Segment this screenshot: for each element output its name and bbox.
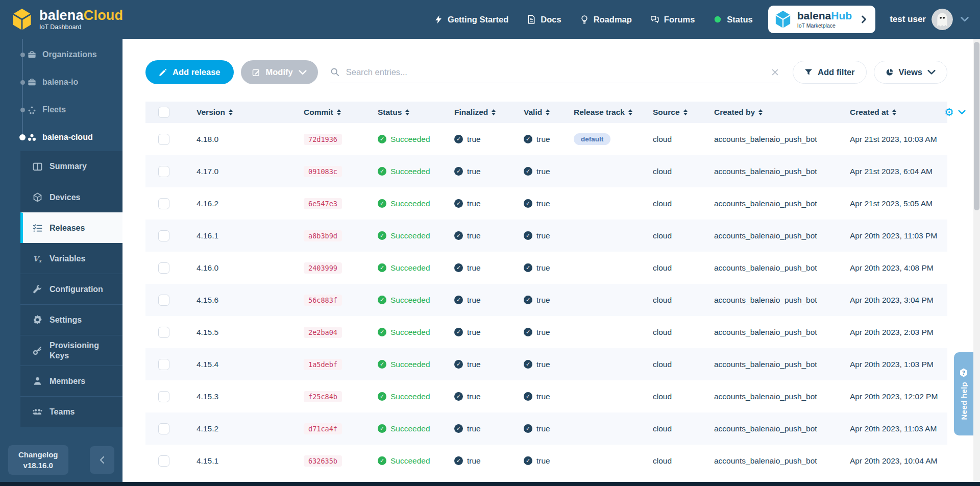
finalized-text: true — [467, 296, 481, 305]
column-header-valid[interactable]: Valid — [524, 108, 574, 117]
row-checkbox[interactable] — [158, 262, 169, 274]
sidebar-item-devices[interactable]: Devices — [20, 182, 122, 212]
column-header-release-track[interactable]: Release track — [574, 108, 653, 117]
table-row[interactable]: 4.15.2d71ca4f✓Succeeded✓true✓truecloudac… — [145, 412, 947, 445]
brand-product: Cloud — [84, 8, 123, 23]
sidebar-item-label: Devices — [50, 192, 81, 203]
commit-chip[interactable]: f25c84b — [304, 391, 342, 402]
sidebar-tree-fleets[interactable]: Fleets — [0, 96, 122, 124]
user-menu[interactable]: test user — [890, 9, 969, 30]
sidebar-item-label: Configuration — [50, 284, 103, 295]
table-row[interactable]: 4.15.3f25c84b✓Succeeded✓true✓truecloudac… — [145, 380, 947, 412]
table-row[interactable]: 4.15.52e2ba04✓Succeeded✓true✓truecloudac… — [145, 316, 947, 348]
clear-search-icon[interactable] — [772, 69, 778, 76]
success-check-icon: ✓ — [378, 424, 386, 433]
sidebar-item-configuration[interactable]: Configuration — [20, 274, 122, 304]
sidebar-item-members[interactable]: Members — [20, 366, 122, 396]
table-row[interactable]: 4.17.0091083c✓Succeeded✓true✓truecloudac… — [145, 155, 947, 187]
views-button[interactable]: Views — [874, 61, 947, 84]
sidebar-item-releases[interactable]: Releases — [20, 212, 122, 243]
cell-status: ✓Succeeded — [378, 296, 454, 305]
cell-source: cloud — [653, 456, 714, 466]
check-icon: ✓ — [454, 231, 463, 240]
modify-button[interactable]: Modify — [241, 60, 318, 84]
commit-chip[interactable]: 632635b — [304, 455, 342, 467]
releases-icon — [33, 223, 42, 233]
row-checkbox[interactable] — [158, 455, 169, 467]
column-header-created-by[interactable]: Created by — [714, 108, 850, 117]
row-checkbox[interactable] — [158, 391, 169, 402]
column-header-created-at[interactable]: Created at — [850, 108, 944, 117]
row-checkbox[interactable] — [158, 134, 169, 145]
commit-chip[interactable]: d71ca4f — [304, 423, 342, 434]
row-checkbox[interactable] — [158, 166, 169, 177]
status-dot-icon — [713, 15, 722, 24]
sidebar-item-summary[interactable]: Summary — [20, 151, 122, 182]
status-text: Succeeded — [390, 167, 430, 176]
finalized-text: true — [467, 135, 481, 144]
row-checkbox[interactable] — [158, 198, 169, 209]
table-row[interactable]: 4.16.26e547e3✓Succeeded✓true✓truecloudac… — [145, 187, 947, 220]
check-icon: ✓ — [524, 360, 532, 369]
sidebar-item-variables[interactable]: VxVariables — [20, 243, 122, 274]
cell-source: cloud — [653, 167, 714, 176]
nav-getting-started[interactable]: Getting Started — [434, 15, 508, 25]
success-check-icon: ✓ — [378, 231, 386, 240]
table-row[interactable]: 4.15.656c883f✓Succeeded✓true✓truecloudac… — [145, 284, 947, 316]
balena-hub-button[interactable]: balenaHub IoT Marketplace — [768, 6, 875, 33]
column-header-status[interactable]: Status — [378, 108, 454, 117]
commit-chip[interactable]: 56c883f — [304, 295, 342, 306]
hub-product: Hub — [831, 10, 852, 21]
sidebar-collapse-button[interactable] — [90, 446, 114, 474]
table-row[interactable]: 4.18.072d1936✓Succeeded✓true✓truedefault… — [145, 123, 947, 155]
column-label: Status — [378, 108, 402, 117]
search-input[interactable] — [346, 67, 765, 77]
select-all-checkbox[interactable] — [158, 107, 169, 118]
column-header-finalized[interactable]: Finalized — [454, 108, 524, 117]
row-checkbox[interactable] — [158, 230, 169, 241]
column-header-commit[interactable]: Commit — [304, 108, 378, 117]
changelog-button[interactable]: Changelog v18.16.0 — [8, 445, 68, 475]
cell-release-track: default — [574, 133, 653, 145]
row-checkbox[interactable] — [158, 327, 169, 338]
sidebar-tree-organizations[interactable]: Organizations — [0, 41, 122, 68]
nav-docs[interactable]: Docs — [527, 15, 561, 25]
nav-forums[interactable]: Forums — [650, 15, 695, 25]
nav-status[interactable]: Status — [713, 15, 752, 25]
balena-cloud-logo[interactable]: balenaCloud IoT Dashboard — [11, 8, 123, 31]
sidebar-tree-balena-io[interactable]: balena-io — [0, 68, 122, 96]
commit-chip[interactable]: 1a5debf — [304, 359, 342, 370]
table-settings-gear-icon[interactable]: ⚙ — [944, 107, 954, 118]
add-release-button[interactable]: Add release — [145, 60, 234, 84]
column-header-source[interactable]: Source — [653, 108, 714, 117]
check-icon: ✓ — [524, 424, 532, 433]
row-checkbox[interactable] — [158, 423, 169, 434]
row-checkbox[interactable] — [158, 359, 169, 370]
column-label: Commit — [304, 108, 333, 117]
table-row[interactable]: 4.16.1a8b3b9d✓Succeeded✓true✓truecloudac… — [145, 220, 947, 252]
chevron-down-icon[interactable] — [958, 110, 966, 115]
sidebar-item-settings[interactable]: Settings — [20, 304, 122, 335]
sidebar-tree-balena-cloud[interactable]: balena-cloud — [0, 124, 122, 151]
vertical-scrollbar[interactable] — [973, 39, 980, 486]
valid-text: true — [536, 392, 550, 401]
commit-chip[interactable]: 091083c — [304, 166, 342, 177]
sidebar-item-provisioning-keys[interactable]: Provisioning Keys — [20, 335, 122, 366]
scrollbar-thumb[interactable] — [974, 42, 979, 210]
sidebar-item-teams[interactable]: Teams — [20, 396, 122, 427]
commit-chip[interactable]: 2e2ba04 — [304, 327, 342, 338]
row-checkbox[interactable] — [158, 295, 169, 306]
need-help-tab[interactable]: ? Need help — [954, 352, 973, 435]
commit-chip[interactable]: 6e547e3 — [304, 198, 342, 209]
add-filter-button[interactable]: Add filter — [793, 61, 866, 84]
table-row[interactable]: 4.15.1632635b✓Succeeded✓true✓truecloudac… — [145, 445, 947, 477]
nav-roadmap[interactable]: Roadmap — [580, 15, 632, 25]
check-icon: ✓ — [524, 231, 532, 240]
column-header-version[interactable]: Version — [197, 108, 304, 117]
table-row[interactable]: 4.15.41a5debf✓Succeeded✓true✓truecloudac… — [145, 348, 947, 380]
commit-chip[interactable]: 72d1936 — [304, 134, 342, 145]
table-row[interactable]: 4.16.02403999✓Succeeded✓true✓truecloudac… — [145, 252, 947, 284]
commit-chip[interactable]: a8b3b9d — [304, 230, 342, 241]
main-content: Add release Modify — [122, 39, 980, 486]
commit-chip[interactable]: 2403999 — [304, 262, 342, 274]
